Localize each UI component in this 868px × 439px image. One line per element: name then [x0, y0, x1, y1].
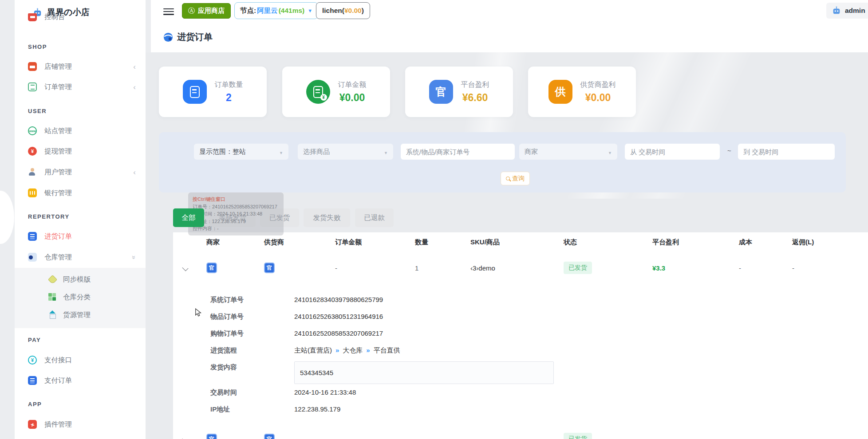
detail-row-shopping-order-no: 购物订单号 241016252085853207069217 [210, 329, 383, 338]
caret-down-icon: ▼ [308, 8, 312, 13]
top-header: 应用商店 节点:阿里云(441ms) ▼ lichen(¥0.00) admin… [151, 0, 868, 52]
shipment-content-box[interactable]: 534345345 [294, 361, 554, 384]
chevron-double-down-icon: » [130, 255, 137, 259]
cell-cost: - [734, 264, 788, 272]
sidebar-item-goods-source[interactable]: 货源管理 [15, 306, 146, 324]
chevron-left-icon: ‹ [133, 63, 136, 71]
orders-amount-icon: ¥ [306, 80, 330, 104]
sidebar-item-bank-manage[interactable]: 银行管理 [15, 183, 146, 203]
goods-source-house-icon [48, 310, 57, 319]
console-icon [28, 13, 37, 21]
storefront-icon [28, 62, 37, 71]
drawer-handle[interactable] [0, 191, 14, 244]
col-order-amount: 订单金额 [331, 238, 410, 247]
cell-platform-profit: ¥3.3 [648, 264, 734, 272]
admin-user-menu[interactable]: admin ∨ [826, 3, 868, 19]
bank-icon [28, 188, 37, 197]
time-from-input[interactable] [625, 144, 720, 160]
col-quantity: 数量 [410, 238, 466, 247]
sidebar-item-site-manage[interactable]: 站点管理 [15, 121, 146, 141]
tab-shipment-failed[interactable]: 发货失败 [304, 208, 350, 227]
tab-all[interactable]: 全部 [173, 208, 204, 227]
template-tag-icon [48, 275, 57, 284]
cell-quantity: 1 [410, 264, 466, 272]
appstore-button[interactable]: 应用商店 [182, 3, 231, 19]
detail-row-system-order-no: 系统订单号 241016283403979880625799 [210, 296, 383, 304]
product-select[interactable]: 选择商品 [298, 144, 393, 160]
time-to-input[interactable] [738, 144, 835, 160]
admin-avatar [832, 6, 841, 16]
wallet-balance-button[interactable]: lichen(¥0.00) [316, 2, 370, 19]
sidebar-item-purchase-orders[interactable]: 进货订单 [15, 226, 146, 247]
plugin-icon [28, 420, 37, 429]
order-doc-icon [28, 82, 37, 91]
expand-row-icon[interactable] [182, 436, 188, 439]
node-select-button[interactable]: 节点:阿里云(441ms) ▼ [234, 2, 318, 19]
section-header-repertory: REPERTORY [28, 213, 70, 220]
sidebar-item-warehouse-manage[interactable]: 仓库管理 » [15, 247, 146, 267]
detail-row-purchase-flow: 进货流程 主站(直营店)»大仓库»平台直供 [210, 346, 400, 355]
col-sku: SKU/商品 [466, 238, 559, 247]
page-globe-icon [163, 32, 173, 42]
order-no-input[interactable] [401, 144, 515, 160]
cell-sku: ‹3›demo [466, 264, 559, 272]
stat-card-supplier-profit: 供 供货商盈利 ¥0.00 [528, 67, 636, 117]
sidebar-item-withdraw-manage[interactable]: 提现管理 [15, 141, 146, 161]
app-root: { "colors": { "accent_green": "#21a55c",… [0, 0, 868, 439]
section-header-pay: PAY [28, 337, 41, 343]
table-row: 官 官 已发货 [173, 423, 868, 439]
stat-value: ¥0.00 [580, 92, 616, 104]
search-button[interactable]: 查询 [501, 172, 530, 185]
section-header-user: USER [28, 108, 47, 114]
detail-row-shipment-content-label: 发货内容 [210, 363, 294, 372]
expand-row-icon[interactable] [182, 265, 188, 271]
section-header-shop: SHOP [28, 43, 47, 50]
sidebar-item-plugin-manage[interactable]: 插件管理 [15, 414, 146, 435]
stat-card-order-amount: ¥ 订单金额 ¥0.00 [282, 67, 390, 117]
sidebar-item-order-manage[interactable]: 订单管理 ‹ [15, 77, 146, 97]
mouse-cursor [194, 308, 203, 319]
scope-select[interactable]: 显示范围：整站 [194, 144, 288, 160]
section-header-app: APP [28, 401, 42, 408]
sidebar-item-pay-api[interactable]: 支付接口 [15, 350, 146, 370]
supplier-badge[interactable]: 官 [264, 263, 275, 273]
supplier-profit-icon: 供 [548, 80, 572, 104]
sidebar: 異界の小店 控制台 SHOP 店铺管理 ‹ 订单管理 ‹ USER 站点管理 提… [15, 0, 146, 439]
flow-arrow-icon: » [366, 346, 370, 354]
tab-refunded[interactable]: 已退款 [355, 208, 394, 227]
merchant-badge[interactable]: 官 [206, 263, 217, 273]
supplier-badge[interactable]: 官 [264, 434, 275, 439]
range-separator: ~ [727, 147, 731, 154]
stat-card-platform-profit: 官 平台盈利 ¥6.60 [405, 67, 513, 117]
col-platform-profit: 平台盈利 [648, 238, 734, 247]
merchant-badge[interactable]: 官 [206, 434, 217, 439]
status-badge: 已发货 [564, 262, 592, 274]
purchase-order-icon [28, 232, 37, 241]
sidebar-item-warehouse-category[interactable]: 仓库分类 [15, 288, 146, 306]
content-area: 订单数量 2 ¥ 订单金额 ¥0.00 官 平台盈利 ¥6.60 供 供货商盈利… [146, 52, 868, 439]
stat-value: ¥0.00 [338, 92, 367, 104]
col-rebate: 返佣(L) [788, 238, 868, 247]
site-globe-icon [28, 126, 37, 135]
detail-row-item-order-no: 物品订单号 241016252638051231964916 [210, 313, 383, 321]
pay-api-icon [28, 356, 37, 365]
sidebar-item-user-manage[interactable]: 用户管理 ‹ [15, 162, 146, 182]
chevron-left-icon: ‹ [133, 169, 136, 176]
detail-row-transaction-time: 交易时间 2024-10-16 21:33:48 [210, 388, 356, 397]
flow-arrow-icon: » [335, 346, 339, 354]
warehouse-submenu: 同步模版 仓库分类 货源管理 [15, 268, 146, 328]
stat-card-order-count: 订单数量 2 [159, 67, 267, 117]
stat-value: 2 [215, 92, 243, 104]
sidebar-item-sync-template[interactable]: 同步模版 [15, 270, 146, 288]
appstore-circle-icon [188, 7, 195, 15]
col-supplier: 供货商 [260, 238, 331, 247]
sidebar-item-console[interactable]: 控制台 [15, 13, 146, 27]
table-row: 官 官 - 1 ‹3›demo 已发货 ¥3.3 - - [173, 252, 868, 284]
warehouse-plug-icon [28, 253, 37, 262]
sidebar-item-pay-orders[interactable]: 支付订单 [15, 370, 146, 391]
stat-value: ¥6.60 [461, 92, 489, 104]
search-icon [506, 176, 510, 180]
hamburger-menu-icon[interactable] [163, 7, 174, 16]
merchant-select[interactable]: 商家 [519, 144, 617, 160]
sidebar-item-shop-manage[interactable]: 店铺管理 ‹ [15, 56, 146, 77]
